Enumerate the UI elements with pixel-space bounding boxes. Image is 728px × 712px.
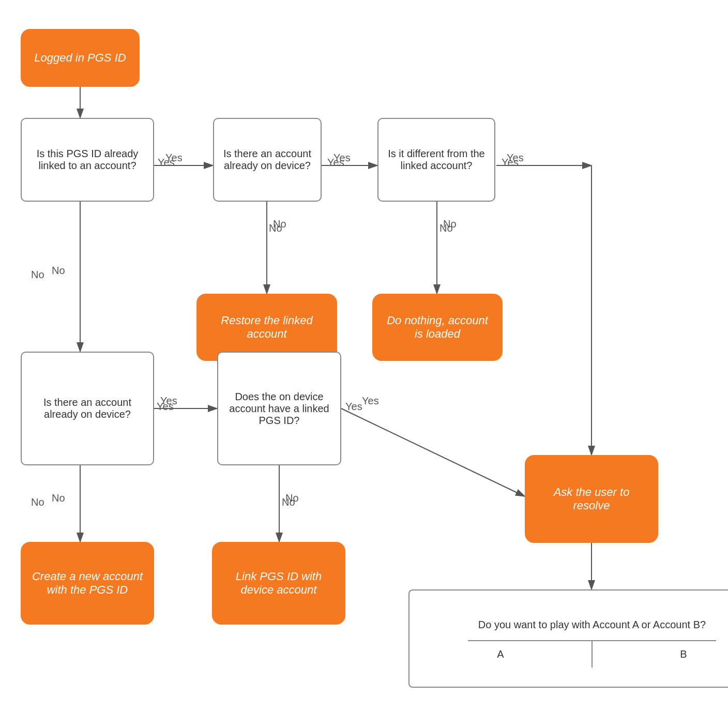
link-pgs-node: Link PGS ID with device account: [212, 542, 345, 625]
svg-line-10: [341, 408, 525, 496]
q2-node: Is there an account already on device?: [213, 118, 322, 202]
label-q5-yes: Yes: [362, 395, 379, 406]
do-nothing-label: Do nothing, account is loaded: [382, 314, 493, 341]
flowchart-container: Yes Yes Yes No No No Yes Yes No No: [0, 0, 728, 712]
yes-label-q4-q5: Yes: [157, 401, 174, 413]
ask-resolve-node: Ask the user to resolve: [525, 455, 658, 543]
q5-label: Does the on device account have a linked…: [226, 391, 332, 427]
yes-label-q3-resolve: Yes: [502, 157, 519, 169]
dialog-buttons: A B: [410, 641, 728, 668]
ask-resolve-label: Ask the user to resolve: [534, 486, 649, 512]
dialog-question-label: Do you want to play with Account A or Ac…: [478, 619, 706, 630]
q4-node: Is there an account already on device?: [21, 352, 154, 465]
yes-label-q2-q3: Yes: [327, 157, 344, 169]
dialog-question: Do you want to play with Account A or Ac…: [468, 610, 716, 641]
yes-label-q5-resolve: Yes: [345, 401, 362, 413]
no-label-q5-link: No: [282, 496, 295, 508]
label-q1-no: No: [52, 265, 65, 276]
dialog-node[interactable]: Do you want to play with Account A or Ac…: [408, 589, 728, 688]
dialog-b-label: B: [680, 648, 687, 660]
q2-label: Is there an account already on device?: [222, 148, 312, 172]
restore-node: Restore the linked account: [196, 294, 337, 361]
restore-label: Restore the linked account: [206, 314, 328, 341]
label-q4-no: No: [52, 492, 65, 504]
q1-node: Is this PGS ID already linked to an acco…: [21, 118, 154, 202]
dialog-button-a[interactable]: A: [410, 641, 593, 668]
no-label-q3-donothing: No: [439, 222, 453, 234]
q3-label: Is it different from the linked account?: [387, 148, 486, 172]
start-label: Logged in PGS ID: [34, 51, 126, 65]
dialog-button-b[interactable]: B: [593, 641, 728, 668]
yes-label-q1-q2: Yes: [158, 157, 175, 169]
q1-label: Is this PGS ID already linked to an acco…: [30, 148, 145, 172]
no-label-q2-restore: No: [269, 222, 282, 234]
no-label-q1-q4: No: [31, 269, 44, 281]
link-pgs-label: Link PGS ID with device account: [221, 570, 336, 597]
create-new-node: Create a new account with the PGS ID: [21, 542, 154, 625]
dialog-a-label: A: [497, 648, 504, 660]
q4-label: Is there an account already on device?: [30, 397, 145, 420]
q5-node: Does the on device account have a linked…: [217, 352, 341, 465]
start-node: Logged in PGS ID: [21, 29, 140, 87]
do-nothing-node: Do nothing, account is loaded: [372, 294, 503, 361]
create-new-label: Create a new account with the PGS ID: [30, 570, 145, 597]
q3-node: Is it different from the linked account?: [377, 118, 495, 202]
no-label-q4-create: No: [31, 496, 44, 508]
